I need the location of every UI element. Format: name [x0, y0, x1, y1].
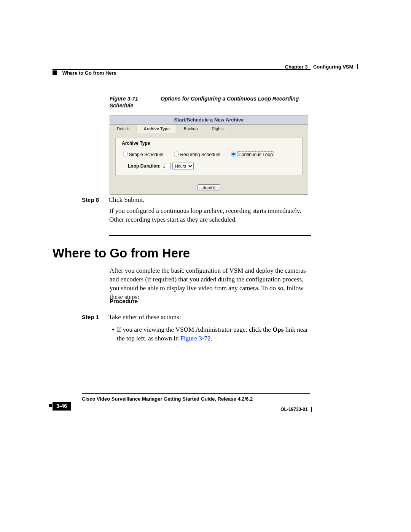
step-1-block: Step 1 Take either of these actions: • I… [82, 313, 310, 343]
tab-details[interactable]: Details [110, 125, 137, 133]
page-number-badge: 3-46 [53, 402, 71, 411]
loop-duration-label: Loop Duration: [128, 163, 161, 169]
running-header-right: Chapter 3 Configuring VSM [285, 64, 358, 70]
step-1-bullet: • If you are viewing the VSOM Administra… [109, 326, 310, 343]
tab-backup[interactable]: Backup [177, 125, 205, 133]
figure-number: Figure 3-71 [110, 95, 159, 102]
radio-simple-input[interactable] [123, 152, 128, 157]
radio-continuous-label: Continuous Loop [237, 151, 274, 158]
bullet-bold: Ops [272, 326, 284, 333]
chapter-title: Configuring VSM [313, 64, 353, 70]
radio-recurring[interactable]: Recurring Schedule [172, 152, 220, 157]
tab-archive-type[interactable]: Archive Type [137, 125, 177, 133]
tab-bar: Details Archive Type Backup Rights [110, 125, 308, 133]
fieldset-legend: Archive Type [120, 141, 151, 146]
procedure-label: Procedure [110, 297, 311, 306]
doc-id: OL-19733-01 [280, 407, 312, 412]
step-8-block: Step 8 Click Submit. If you configured a… [82, 196, 310, 236]
submit-button[interactable]: Submit [198, 184, 220, 190]
loop-duration-input[interactable] [162, 163, 171, 169]
square-bullet-icon [53, 70, 57, 75]
step-8-label: Step 8 [82, 196, 107, 204]
submit-row: Submit [110, 181, 308, 194]
bullet-post: . [210, 335, 212, 342]
header-sep-icon [357, 64, 358, 69]
tab-rights[interactable]: Rights [205, 125, 231, 133]
radio-recurring-label: Recurring Schedule [180, 152, 220, 157]
chapter-label: Chapter 3 [285, 64, 308, 70]
step-1-label: Step 1 [82, 313, 107, 321]
radio-continuous[interactable]: Continuous Loop [229, 152, 274, 157]
radio-recurring-input[interactable] [174, 152, 179, 157]
doc-id-text: OL-19733-01 [280, 407, 307, 412]
heading-where-to-go: Where to Go from Here [53, 246, 190, 260]
bullet-pre: If you are viewing the VSOM Administrato… [117, 326, 272, 333]
loop-duration-unit[interactable]: Hours [172, 163, 194, 169]
step-1-text: Take either of these actions: [108, 313, 181, 321]
panel-title: Start/Schedule a New Archive [110, 115, 308, 125]
step-8-line2: If you configured a continuous loop arch… [109, 207, 310, 224]
section-name: Where to Go from Here [62, 70, 116, 76]
archive-type-fieldset: Archive Type Simple Schedule Recurring S… [115, 137, 303, 176]
footer-sep-icon [311, 407, 312, 412]
bullet-icon: • [109, 326, 117, 343]
bullet-text: If you are viewing the VSOM Administrato… [117, 326, 310, 343]
radio-simple-label: Simple Schedule [129, 152, 163, 157]
header-rule [53, 69, 311, 70]
footer-rule-2 [74, 405, 310, 405]
figure-caption: Figure 3-71 Options for Configuring a Co… [110, 95, 307, 109]
figure-link[interactable]: Figure 3-72 [180, 335, 211, 342]
section-rule [109, 235, 311, 236]
intro-paragraph: After you complete the basic configurati… [110, 267, 311, 302]
footer-rule-1 [82, 393, 310, 394]
radio-simple[interactable]: Simple Schedule [121, 152, 163, 157]
radio-continuous-input[interactable] [231, 152, 236, 157]
running-header-left: Where to Go from Here [53, 70, 116, 76]
procedure-label-text: Procedure [110, 298, 138, 304]
loop-duration-row: Loop Duration: Hours [128, 163, 297, 169]
archive-panel: Start/Schedule a New Archive Details Arc… [110, 115, 308, 195]
radio-group: Simple Schedule Recurring Schedule Conti… [121, 150, 297, 157]
footer-guide-title: Cisco Video Surveillance Manager Getting… [82, 396, 253, 402]
step-8-line1: Click Submit. [108, 196, 144, 203]
